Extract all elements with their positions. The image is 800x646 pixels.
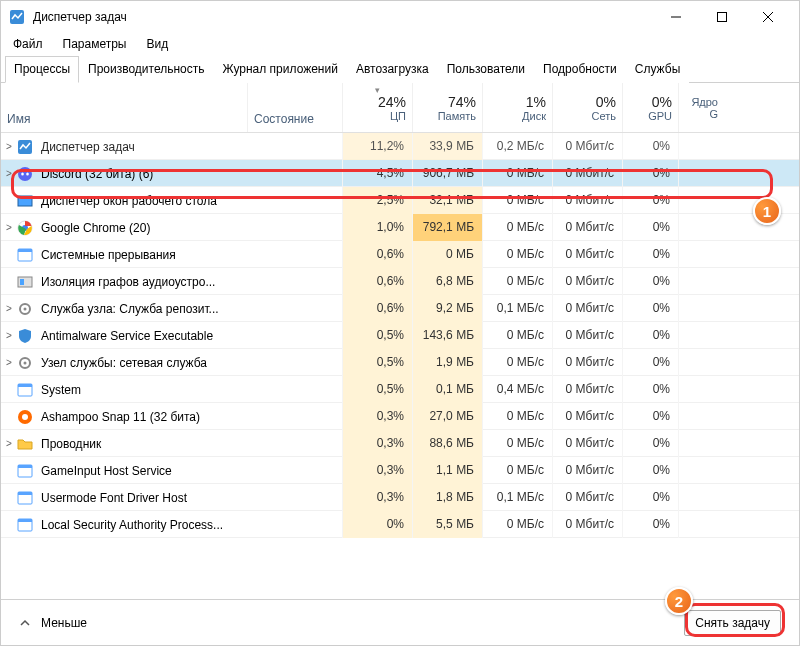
- tab-users[interactable]: Пользователи: [438, 56, 534, 83]
- gpu-value: 0%: [622, 430, 678, 457]
- process-icon: [17, 139, 33, 155]
- expand-icon[interactable]: >: [1, 438, 17, 449]
- memory-value: 9,2 МБ: [412, 295, 482, 322]
- process-row[interactable]: >Диспетчер задач11,2%33,9 МБ0,2 МБ/с0 Мб…: [1, 133, 799, 160]
- memory-value: 1,1 МБ: [412, 457, 482, 484]
- process-row[interactable]: Системные прерывания0,6%0 МБ0 МБ/с0 Мбит…: [1, 241, 799, 268]
- process-row[interactable]: Local Security Authority Process...0%5,5…: [1, 511, 799, 538]
- svg-point-6: [18, 167, 32, 181]
- column-headers: Имя Состояние ▾ 24% ЦП 74% Память 1% Дис…: [1, 83, 799, 133]
- network-value: 0 Мбит/с: [552, 268, 622, 295]
- cpu-value: 4,5%: [342, 160, 412, 187]
- gpucore-value: [678, 241, 724, 268]
- fewer-label: Меньше: [41, 616, 87, 630]
- titlebar[interactable]: Диспетчер задач: [1, 1, 799, 33]
- tab-services[interactable]: Службы: [626, 56, 689, 83]
- network-value: 0 Мбит/с: [552, 160, 622, 187]
- badge-1: 1: [753, 197, 781, 225]
- minimize-button[interactable]: [653, 1, 699, 33]
- gpucore-value: [678, 457, 724, 484]
- expand-icon[interactable]: >: [1, 168, 17, 179]
- process-row[interactable]: Usermode Font Driver Host0,3%1,8 МБ0,1 М…: [1, 484, 799, 511]
- disk-value: 0 МБ/с: [482, 349, 552, 376]
- col-state[interactable]: Состояние: [247, 83, 342, 132]
- gpu-value: 0%: [622, 403, 678, 430]
- col-gpu[interactable]: 0% GPU: [622, 83, 678, 132]
- svg-point-17: [24, 307, 27, 310]
- expand-icon[interactable]: >: [1, 222, 17, 233]
- process-name: Служба узла: Служба репозит...: [37, 302, 247, 316]
- process-icon: [17, 355, 33, 371]
- process-row[interactable]: System0,5%0,1 МБ0,4 МБ/с0 Мбит/с0%: [1, 376, 799, 403]
- gpu-value: 0%: [622, 241, 678, 268]
- col-network[interactable]: 0% Сеть: [552, 83, 622, 132]
- cpu-value: 1,0%: [342, 214, 412, 241]
- memory-value: 5,5 МБ: [412, 511, 482, 538]
- process-row[interactable]: >Служба узла: Служба репозит...0,6%9,2 М…: [1, 295, 799, 322]
- process-row[interactable]: Изоляция графов аудиоустро...0,6%6,8 МБ0…: [1, 268, 799, 295]
- process-row[interactable]: >Antimalware Service Executable0,5%143,6…: [1, 322, 799, 349]
- expand-icon[interactable]: >: [1, 357, 17, 368]
- gpucore-value: [678, 160, 724, 187]
- close-button[interactable]: [745, 1, 791, 33]
- fewer-details[interactable]: Меньше: [19, 616, 87, 630]
- process-row[interactable]: GameInput Host Service0,3%1,1 МБ0 МБ/с0 …: [1, 457, 799, 484]
- process-icon: [17, 220, 33, 236]
- process-row[interactable]: >Узел службы: сетевая служба0,5%1,9 МБ0 …: [1, 349, 799, 376]
- expand-icon[interactable]: >: [1, 303, 17, 314]
- menu-file[interactable]: Файл: [9, 35, 47, 53]
- chevron-up-icon: [19, 617, 31, 629]
- gpu-value: 0%: [622, 376, 678, 403]
- process-row[interactable]: Ashampoo Snap 11 (32 бита)0,3%27,0 МБ0 М…: [1, 403, 799, 430]
- tab-startup[interactable]: Автозагрузка: [347, 56, 438, 83]
- col-disk[interactable]: 1% Диск: [482, 83, 552, 132]
- process-row[interactable]: >Discord (32 бита) (6)4,5%906,7 МБ0 МБ/с…: [1, 160, 799, 187]
- maximize-button[interactable]: [699, 1, 745, 33]
- process-icon: [17, 247, 33, 263]
- network-value: 0 Мбит/с: [552, 511, 622, 538]
- tab-processes[interactable]: Процессы: [5, 56, 79, 83]
- app-icon: [9, 9, 25, 25]
- process-row[interactable]: >Проводник0,3%88,6 МБ0 МБ/с0 Мбит/с0%: [1, 430, 799, 457]
- process-name: GameInput Host Service: [37, 464, 247, 478]
- memory-value: 27,0 МБ: [412, 403, 482, 430]
- network-value: 0 Мбит/с: [552, 457, 622, 484]
- process-name: System: [37, 383, 247, 397]
- menu-view[interactable]: Вид: [142, 35, 172, 53]
- gpu-value: 0%: [622, 268, 678, 295]
- tab-apphistory[interactable]: Журнал приложений: [214, 56, 347, 83]
- network-value: 0 Мбит/с: [552, 484, 622, 511]
- tab-details[interactable]: Подробности: [534, 56, 626, 83]
- process-name: Ashampoo Snap 11 (32 бита): [37, 410, 247, 424]
- col-cpu[interactable]: ▾ 24% ЦП: [342, 83, 412, 132]
- tab-performance[interactable]: Производительность: [79, 56, 213, 83]
- col-memory[interactable]: 74% Память: [412, 83, 482, 132]
- disk-value: 0 МБ/с: [482, 268, 552, 295]
- memory-value: 32,1 МБ: [412, 187, 482, 214]
- col-gpucore[interactable]: Ядро G: [678, 83, 724, 132]
- expand-icon[interactable]: >: [1, 330, 17, 341]
- svg-rect-21: [18, 384, 32, 387]
- menu-options[interactable]: Параметры: [59, 35, 131, 53]
- gpucore-value: [678, 430, 724, 457]
- process-list: Имя Состояние ▾ 24% ЦП 74% Память 1% Дис…: [1, 83, 799, 599]
- col-name[interactable]: Имя: [1, 83, 247, 132]
- process-icon: [17, 328, 33, 344]
- network-value: 0 Мбит/с: [552, 322, 622, 349]
- expand-icon[interactable]: >: [1, 141, 17, 152]
- gpu-value: 0%: [622, 295, 678, 322]
- gpucore-value: [678, 322, 724, 349]
- end-task-button[interactable]: Снять задачу: [684, 610, 781, 636]
- process-row[interactable]: Диспетчер окон рабочего стола2,5%32,1 МБ…: [1, 187, 799, 214]
- network-value: 0 Мбит/с: [552, 430, 622, 457]
- process-icon: [17, 382, 33, 398]
- cpu-value: 0,6%: [342, 268, 412, 295]
- process-icon: [17, 463, 33, 479]
- network-value: 0 Мбит/с: [552, 214, 622, 241]
- gpu-value: 0%: [622, 349, 678, 376]
- gpucore-value: [678, 187, 724, 214]
- memory-value: 792,1 МБ: [412, 214, 482, 241]
- gpu-value: 0%: [622, 160, 678, 187]
- svg-rect-29: [18, 519, 32, 522]
- process-row[interactable]: >Google Chrome (20)1,0%792,1 МБ0 МБ/с0 М…: [1, 214, 799, 241]
